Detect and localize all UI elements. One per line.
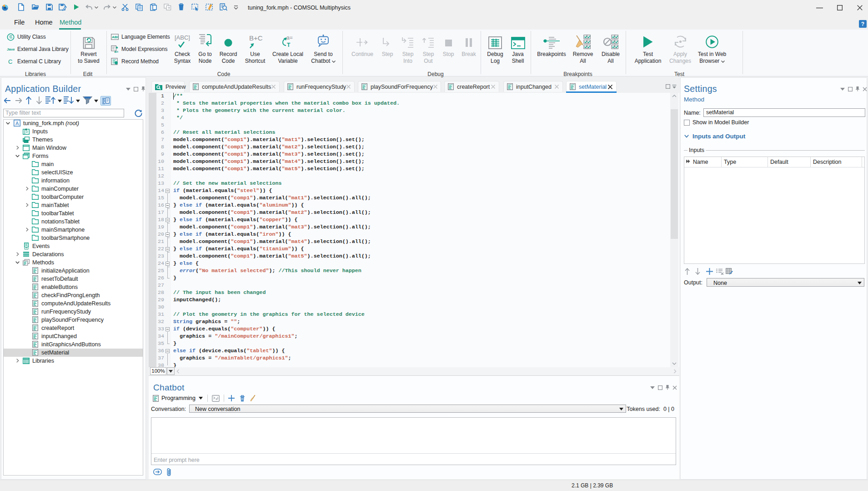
svg-text:ABC: ABC: [112, 35, 119, 39]
svg-text:a=: a=: [286, 35, 293, 41]
svg-text:A: A: [15, 121, 19, 126]
svg-text:[ABC]: [ABC]: [175, 34, 190, 41]
svg-text:T: T: [287, 42, 291, 48]
svg-text:a=: a=: [115, 50, 119, 53]
svg-text:C: C: [8, 58, 12, 65]
svg-text:B+C: B+C: [249, 34, 263, 42]
svg-text:Java: Java: [7, 47, 15, 51]
